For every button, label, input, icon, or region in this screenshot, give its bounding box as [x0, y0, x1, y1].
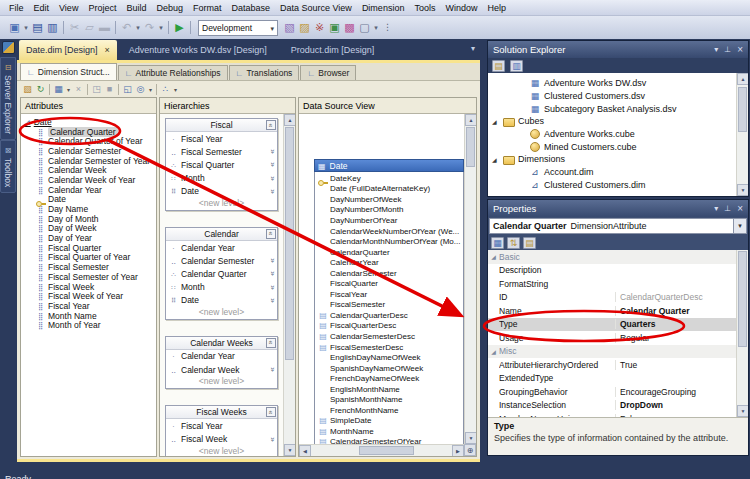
attribute-item[interactable]: Day of Month: [36, 214, 156, 224]
attribute-item[interactable]: Calendar Semester of Year: [36, 156, 156, 166]
property-row[interactable]: Basic: [488, 250, 748, 264]
auto-hide-pin-icon[interactable]: [724, 205, 731, 213]
cut-icon[interactable]: ✂: [67, 20, 82, 35]
dsv-field-row[interactable]: Date (FullDateAlternateKey): [315, 184, 463, 195]
scroll-down-icon[interactable]: [465, 432, 476, 444]
add-new-item-icon[interactable]: ▨: [297, 20, 312, 35]
attribute-item[interactable]: Month of Year: [36, 320, 156, 330]
start-debugging-icon[interactable]: ▶: [172, 20, 187, 35]
solution-tree-item[interactable]: Subcategory Basket Analysis.dsv: [488, 102, 748, 115]
toolbar-separator[interactable]: [87, 84, 88, 95]
new-level-placeholder[interactable]: <new level>: [166, 446, 277, 456]
scrollbar-thumb[interactable]: [738, 251, 747, 347]
property-row[interactable]: ExtendedType: [488, 372, 748, 386]
hierarchy-level[interactable]: Fiscal Quarter: [166, 158, 277, 171]
scrollbar-thumb[interactable]: [738, 87, 747, 132]
redo-dropdown-icon[interactable]: ▾: [157, 20, 165, 35]
menu-item[interactable]: File: [4, 2, 29, 14]
zoom-selection-icon[interactable]: ◱: [121, 83, 134, 96]
show-all-files-icon[interactable]: ▤: [492, 60, 505, 72]
attribute-item[interactable]: Fiscal Week: [36, 282, 156, 292]
hierarchy-level[interactable]: Date: [166, 185, 277, 198]
dsv-field-row[interactable]: FiscalSemesterDesc: [315, 342, 463, 353]
attribute-item[interactable]: Fiscal Semester: [36, 262, 156, 272]
redo-icon[interactable]: ↷: [142, 20, 157, 35]
dsv-field-row[interactable]: CalendarYear: [315, 257, 463, 268]
scrollbar-thumb[interactable]: [359, 446, 414, 455]
expand-items-icon[interactable]: ◳: [90, 83, 103, 96]
property-row[interactable]: Description: [488, 264, 748, 278]
hierarchy-level[interactable]: Fiscal Year: [166, 419, 277, 432]
new-project-dropdown-icon[interactable]: ▾: [22, 20, 30, 35]
property-row[interactable]: Misc: [488, 345, 748, 359]
scroll-up-icon[interactable]: [284, 114, 295, 126]
paste-icon[interactable]: ▬: [97, 20, 112, 35]
solution-tree-item[interactable]: Cubes: [488, 115, 748, 128]
scroll-up-icon[interactable]: [737, 73, 748, 85]
tree-expander-icon[interactable]: [492, 118, 500, 125]
dsv-field-row[interactable]: DayNumberOfWeek: [315, 194, 463, 205]
scrollbar-thumb[interactable]: [466, 127, 475, 167]
dsv-field-row[interactable]: SimpleDate: [315, 416, 463, 427]
save-icon[interactable]: ▤: [30, 20, 45, 35]
property-row[interactable]: FormatString: [488, 277, 748, 291]
menu-item[interactable]: Format: [188, 2, 227, 14]
document-tab[interactable]: Product.dim [Design]: [279, 40, 387, 60]
process-icon[interactable]: ▣: [327, 20, 342, 35]
dsv-field-row[interactable]: DayNumberOfMonth: [315, 205, 463, 216]
property-row[interactable]: GroupingBehavior EncourageGrouping: [488, 385, 748, 399]
deploy-icon[interactable]: ▩: [342, 20, 357, 35]
object-selector[interactable]: Calendar Quarter DimensionAttribute: [489, 218, 747, 234]
zoom-icon[interactable]: ◎: [134, 83, 147, 96]
dsv-field-row[interactable]: CalendarWeekNumberOfYear (We...: [315, 226, 463, 237]
dsv-date-table[interactable]: Date DateKey: [314, 159, 464, 456]
properties-vertical-scrollbar[interactable]: [736, 250, 748, 417]
attribute-item[interactable]: Day Name: [36, 204, 156, 214]
new-level-placeholder[interactable]: <new level>: [166, 198, 277, 210]
property-value[interactable]: DropDown: [615, 400, 748, 410]
process-dimension-icon[interactable]: ▧: [21, 83, 34, 96]
attribute-item[interactable]: Calendar Week of Year: [36, 175, 156, 185]
categorized-icon[interactable]: ▦: [491, 237, 504, 249]
dsv-field-row[interactable]: FiscalQuarter: [315, 278, 463, 289]
configuration-select[interactable]: Development: [198, 20, 278, 36]
attribute-item[interactable]: Date: [36, 195, 156, 205]
scroll-down-icon[interactable]: [737, 184, 748, 196]
hierarchies-vertical-scrollbar[interactable]: [283, 114, 295, 456]
dsv-field-row[interactable]: EnglishMonthName: [315, 384, 463, 395]
attribute-item[interactable]: Calendar Semester: [36, 146, 156, 156]
document-list-dropdown-icon[interactable]: [471, 44, 475, 53]
solution-tree-item[interactable]: Account.dim: [488, 166, 748, 179]
property-value[interactable]: True: [615, 360, 748, 370]
attribute-item[interactable]: Fiscal Week of Year: [36, 291, 156, 301]
properties-title-bar[interactable]: Properties: [488, 200, 748, 217]
scroll-left-icon[interactable]: [299, 445, 311, 456]
collapse-card-icon[interactable]: [266, 407, 276, 417]
dsv-field-row[interactable]: CalendarSemester: [315, 268, 463, 279]
solution-explorer-title-bar[interactable]: Solution Explorer: [488, 41, 748, 58]
dsv-field-row[interactable]: CalendarQuarter: [315, 247, 463, 258]
zoom-dropdown-icon[interactable]: ▾: [147, 83, 154, 96]
property-pages-icon[interactable]: ▤: [523, 237, 536, 249]
hierarchy-level[interactable]: Month: [166, 172, 277, 185]
copy-icon[interactable]: ▱: [82, 20, 97, 35]
pan-view-icon[interactable]: [464, 444, 476, 456]
dsv-field-row[interactable]: SpanishDayNameOfWeek: [315, 363, 463, 374]
dsv-table-header[interactable]: Date: [314, 159, 464, 172]
hierarchy-level[interactable]: Calendar Week: [166, 363, 277, 376]
attribute-relationship-icon[interactable]: ∴: [159, 83, 172, 96]
property-value[interactable]: Calendar Quarter: [615, 306, 748, 316]
toolbar-separator[interactable]: [168, 21, 169, 34]
toolbar-separator[interactable]: [118, 84, 119, 95]
auto-hide-pin-icon[interactable]: [724, 46, 731, 54]
tree-expander-icon[interactable]: [492, 156, 500, 163]
attribute-item[interactable]: Calendar Quarter: [36, 127, 156, 137]
document-tab[interactable]: Adventure Works DW.dsv [Design]: [117, 40, 279, 60]
hierarchy-level[interactable]: Fiscal Year: [166, 132, 277, 145]
scrollbar-thumb[interactable]: [285, 127, 294, 360]
attribute-item[interactable]: Day of Week: [36, 224, 156, 234]
hierarchy-card-calendar[interactable]: Calendar Calendar Year: [165, 227, 278, 320]
solution-tree-item[interactable]: Dimensions: [488, 153, 748, 166]
property-row[interactable]: MemberNamesUnique False: [488, 412, 748, 417]
dsv-field-row[interactable]: FiscalYear: [315, 289, 463, 300]
